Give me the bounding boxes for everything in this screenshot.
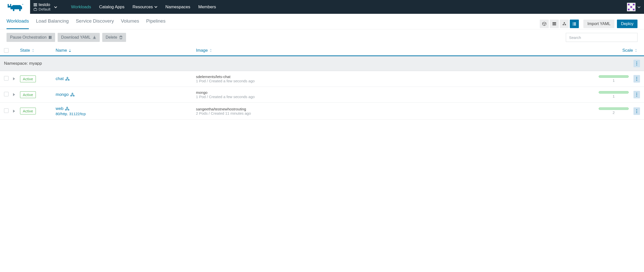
caret-right-icon bbox=[13, 93, 16, 96]
deploy-button[interactable]: Deploy bbox=[617, 20, 637, 28]
row-actions[interactable] bbox=[633, 91, 640, 98]
nav-namespaces[interactable]: Namespaces bbox=[161, 0, 194, 14]
svg-point-30 bbox=[636, 63, 637, 64]
col-name[interactable]: Name bbox=[56, 48, 196, 53]
expand-toggle[interactable] bbox=[13, 109, 20, 113]
view-mode-server[interactable] bbox=[550, 20, 559, 28]
svg-point-0 bbox=[22, 4, 23, 5]
row-checkbox[interactable] bbox=[4, 108, 9, 113]
image-meta: 1 Pod / Created a few seconds ago bbox=[196, 95, 597, 99]
download-yaml-button[interactable]: Download YAML bbox=[58, 33, 100, 42]
row-actions[interactable] bbox=[633, 107, 640, 115]
kebab-icon bbox=[636, 61, 637, 65]
workload-link[interactable]: mongo bbox=[56, 92, 196, 97]
view-switcher bbox=[540, 20, 579, 28]
nav-catalog-apps[interactable]: Catalog Apps bbox=[95, 0, 129, 14]
row-actions[interactable] bbox=[633, 75, 640, 83]
svg-point-38 bbox=[72, 93, 73, 94]
svg-rect-6 bbox=[628, 4, 629, 5]
svg-rect-13 bbox=[630, 9, 632, 10]
subtab-load-balancing[interactable]: Load Balancing bbox=[36, 18, 69, 29]
cube-icon bbox=[542, 22, 547, 26]
table-row: Active chat sdelements/lets-chat 1 Pod /… bbox=[0, 71, 644, 87]
view-mode-cluster[interactable] bbox=[560, 20, 569, 28]
table-header: State Name Image Scale bbox=[0, 45, 644, 56]
kebab-icon bbox=[636, 93, 637, 97]
svg-rect-26 bbox=[574, 25, 576, 25]
cluster-icon bbox=[65, 107, 69, 111]
select-all-checkbox[interactable] bbox=[4, 48, 9, 53]
sort-icon bbox=[32, 49, 35, 52]
svg-rect-25 bbox=[573, 25, 574, 25]
state-badge: Active bbox=[20, 76, 36, 82]
cluster-name-text: testdo bbox=[39, 3, 50, 7]
svg-point-46 bbox=[68, 109, 69, 110]
cluster-icon bbox=[70, 93, 75, 97]
subtab-volumes[interactable]: Volumes bbox=[121, 18, 139, 29]
select-all[interactable] bbox=[4, 48, 20, 53]
svg-point-43 bbox=[636, 96, 637, 96]
search-input[interactable] bbox=[566, 33, 637, 42]
svg-point-33 bbox=[66, 79, 67, 80]
workload-ports[interactable]: 80/http, 31122/tcp bbox=[56, 112, 196, 116]
sort-icon bbox=[634, 49, 637, 52]
subtab-service-discovery[interactable]: Service Discovery bbox=[76, 18, 114, 29]
svg-point-47 bbox=[636, 109, 637, 110]
svg-point-36 bbox=[636, 78, 637, 79]
svg-rect-1 bbox=[34, 3, 37, 4]
pause-icon bbox=[49, 36, 52, 39]
svg-rect-16 bbox=[553, 24, 556, 25]
cluster-icon bbox=[65, 77, 70, 81]
image-meta: 2 Pods / Created 11 minutes ago bbox=[196, 111, 597, 115]
nav-resources[interactable]: Resources bbox=[129, 0, 161, 14]
svg-rect-23 bbox=[573, 24, 574, 24]
image-name: sdelements/lets-chat bbox=[196, 75, 597, 79]
table-row: Active mongo mongo 1 Pod / Created a few… bbox=[0, 87, 644, 103]
chevron-down-icon bbox=[54, 5, 57, 9]
pause-orchestration-button[interactable]: Pause Orchestration bbox=[7, 33, 55, 42]
svg-rect-3 bbox=[34, 6, 37, 6]
svg-rect-8 bbox=[630, 4, 632, 5]
server-icon bbox=[34, 3, 37, 6]
scale-count: 2 bbox=[613, 110, 615, 115]
col-state[interactable]: State bbox=[20, 48, 56, 53]
svg-point-35 bbox=[636, 77, 637, 78]
svg-rect-15 bbox=[553, 22, 556, 23]
namespace-label: Namespace: myapp bbox=[4, 61, 42, 66]
svg-rect-14 bbox=[633, 9, 634, 10]
col-scale[interactable]: Scale bbox=[597, 48, 637, 53]
svg-rect-7 bbox=[633, 4, 634, 5]
server-icon bbox=[552, 22, 557, 26]
subtab-workloads[interactable]: Workloads bbox=[7, 18, 29, 29]
svg-rect-4 bbox=[34, 9, 37, 11]
view-mode-cube[interactable] bbox=[540, 20, 549, 28]
expand-toggle[interactable] bbox=[13, 93, 20, 96]
cluster-picker[interactable]: testdo Default bbox=[30, 0, 62, 14]
import-yaml-button[interactable]: Import YAML bbox=[583, 20, 614, 28]
image-name: sangeetha/testnewhostrouting bbox=[196, 107, 597, 111]
scale-count: 1 bbox=[613, 78, 615, 83]
avatar bbox=[627, 3, 635, 11]
namespace-actions[interactable] bbox=[633, 60, 640, 67]
table-row: Active web 80/http, 31122/tcp sangeetha/… bbox=[0, 103, 644, 120]
scale-bar bbox=[599, 107, 629, 110]
row-checkbox[interactable] bbox=[4, 92, 9, 96]
caret-right-icon bbox=[13, 77, 16, 81]
nav-user[interactable] bbox=[623, 0, 644, 14]
workload-link[interactable]: chat bbox=[56, 76, 196, 81]
nav-members[interactable]: Members bbox=[194, 0, 220, 14]
logo[interactable] bbox=[0, 0, 30, 14]
nav-workloads[interactable]: Workloads bbox=[67, 0, 95, 14]
svg-point-42 bbox=[636, 94, 637, 95]
state-badge: Active bbox=[20, 108, 36, 114]
chevron-down-icon bbox=[154, 6, 157, 8]
expand-toggle[interactable] bbox=[13, 77, 20, 81]
svg-point-39 bbox=[70, 95, 71, 96]
col-image[interactable]: Image bbox=[196, 48, 597, 53]
row-checkbox[interactable] bbox=[4, 76, 9, 81]
actions-row: Pause Orchestration Download YAML Delete bbox=[0, 29, 644, 45]
subtab-pipelines[interactable]: Pipelines bbox=[146, 18, 165, 29]
view-mode-list[interactable] bbox=[570, 20, 579, 28]
workload-link[interactable]: web bbox=[56, 106, 196, 111]
delete-button[interactable]: Delete bbox=[102, 33, 126, 42]
